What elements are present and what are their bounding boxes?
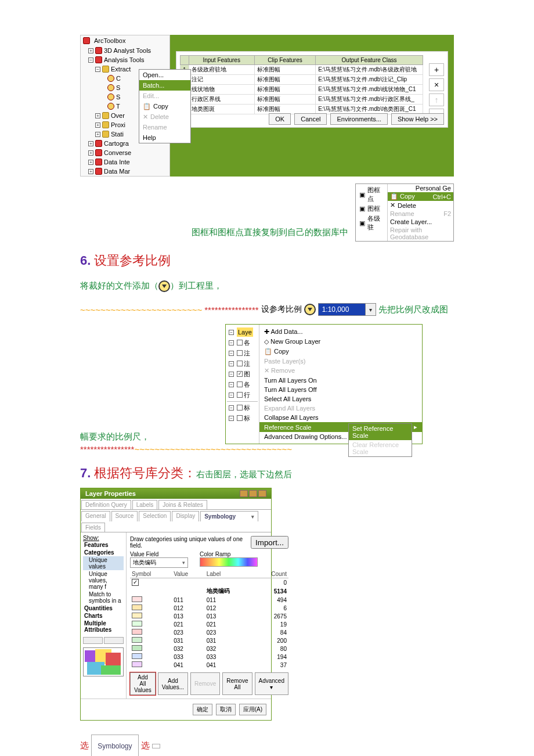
show-help-button[interactable]: Show Help >> xyxy=(391,113,444,125)
dialog-tab[interactable]: Fields xyxy=(81,523,105,532)
unique-values-many[interactable]: Unique values, many f xyxy=(83,570,124,591)
tree-item[interactable]: Data Inte xyxy=(104,158,130,166)
scale-combo[interactable] xyxy=(318,303,376,316)
catalog-item[interactable]: 图框 xyxy=(367,204,380,213)
toc-menu-item[interactable]: Collapse All Layers xyxy=(259,413,422,422)
symbology-row[interactable]: 0120126 xyxy=(130,604,288,612)
tree-item[interactable]: S xyxy=(116,84,120,92)
tree-item[interactable]: Data Mar xyxy=(104,167,130,175)
show-features[interactable]: Features xyxy=(83,541,124,549)
value-field-select[interactable]: 地类编码 xyxy=(130,557,188,568)
ok-button[interactable]: 确定 xyxy=(193,704,212,715)
environments-button[interactable]: Environments... xyxy=(330,113,387,125)
show-categories[interactable]: Categories xyxy=(83,549,124,556)
expand-icon[interactable]: + xyxy=(95,132,100,137)
symbology-row[interactable]: 0130132675 xyxy=(130,612,288,620)
toc-menu-item[interactable]: Select All Layers xyxy=(259,394,422,404)
menu-open[interactable]: Open... xyxy=(139,70,190,80)
scale-input[interactable] xyxy=(319,304,365,315)
expand-icon[interactable]: + xyxy=(95,113,100,118)
symbology-row[interactable]: 031031200 xyxy=(130,636,288,645)
layer-node[interactable]: 注 xyxy=(244,348,250,358)
toc-menu-item[interactable]: 📋 Copy xyxy=(259,347,422,357)
minimize-icon[interactable] xyxy=(240,490,248,497)
tree-item[interactable]: S xyxy=(116,93,120,101)
menu-batch[interactable]: Batch... xyxy=(139,80,190,91)
expand-icon[interactable]: + xyxy=(88,141,93,146)
expand-icon[interactable]: + xyxy=(88,160,93,165)
ok-button[interactable]: OK xyxy=(269,113,291,125)
table-row[interactable]: 1各级政府驻地标准图幅E:\马慧慧\练习文件.mdb\各级政府驻地 xyxy=(181,65,423,75)
scroll-left[interactable] xyxy=(83,637,103,644)
dialog-tab[interactable]: Labels xyxy=(132,500,157,509)
symbology-row[interactable]: 02302384 xyxy=(130,628,288,636)
menu-create-layer[interactable]: Create Layer... xyxy=(388,218,453,226)
tree-item[interactable]: Extract xyxy=(111,65,131,73)
layer-node[interactable]: 标 xyxy=(244,403,250,412)
layer-node[interactable]: 图 xyxy=(244,369,250,379)
symbology-row[interactable]: 03203280 xyxy=(130,645,288,653)
collapse-icon[interactable]: − xyxy=(95,67,100,72)
expand-icon[interactable]: + xyxy=(88,169,93,174)
menu-help[interactable]: Help xyxy=(139,132,190,143)
match-symbols[interactable]: Match to symbols in a xyxy=(83,591,124,604)
symbology-row[interactable]: 033033194 xyxy=(130,653,288,661)
symbology-row[interactable]: 地类编码5134 xyxy=(130,586,288,596)
tree-item[interactable]: 3D Analyst Tools xyxy=(104,46,151,55)
dialog-tab[interactable]: Display xyxy=(172,511,199,521)
symbology-tab-inline[interactable]: Symbology xyxy=(91,735,138,756)
move-up-button[interactable]: ↑ xyxy=(429,93,444,106)
symbology-row[interactable]: 02102119 xyxy=(130,620,288,628)
symbology-row[interactable]: 04104137 xyxy=(130,661,288,669)
delete-row-button[interactable]: × xyxy=(429,78,444,91)
add-all-values-button[interactable]: Add All Values xyxy=(130,672,156,695)
symbology-row[interactable]: ✓0 xyxy=(130,578,288,587)
menu-copy[interactable]: 📋 CopyCtrl+C xyxy=(388,192,453,201)
tree-item[interactable]: Stati xyxy=(111,130,124,138)
tree-item[interactable]: Converse xyxy=(104,149,131,157)
scale-dropdown[interactable] xyxy=(365,304,376,315)
color-ramp-select[interactable] xyxy=(200,557,258,567)
symbology-row[interactable]: 011011494 xyxy=(130,596,288,604)
table-row[interactable]: 5地类图斑标准图幅E:\马慧慧\练习文件.mdb\地类图斑_C1 xyxy=(181,105,423,114)
categories-inline[interactable] xyxy=(152,744,160,748)
remove-button[interactable]: Remove xyxy=(190,672,220,695)
layer-node[interactable]: 各 xyxy=(244,338,250,347)
tree-item[interactable]: Over xyxy=(111,111,125,120)
dialog-tab[interactable]: Joins & Relates xyxy=(158,500,207,509)
scroll-right[interactable] xyxy=(104,637,124,644)
advanced-button[interactable]: Advanced ▾ xyxy=(255,672,288,695)
toc-menu-item[interactable]: Turn All Layers On xyxy=(259,376,422,385)
import-button[interactable]: Import... xyxy=(251,536,288,549)
tree-item[interactable]: T xyxy=(116,102,120,110)
dialog-tab[interactable]: Symbology xyxy=(200,511,258,521)
maximize-icon[interactable] xyxy=(249,490,257,497)
dataframe-node[interactable]: Laye xyxy=(237,327,253,337)
layer-node[interactable]: 注 xyxy=(244,359,250,368)
dialog-tab[interactable]: Source xyxy=(111,511,138,521)
collapse-icon[interactable]: − xyxy=(88,57,93,63)
dialog-tab[interactable]: Definition Query xyxy=(81,500,131,509)
catalog-item[interactable]: 图框点 xyxy=(367,186,384,203)
layer-node[interactable]: 各 xyxy=(244,380,250,389)
expand-icon[interactable]: + xyxy=(88,48,93,53)
layer-node[interactable]: 标 xyxy=(244,413,250,423)
close-icon[interactable] xyxy=(258,490,266,497)
remove-all-button[interactable]: Remove All xyxy=(222,672,252,695)
apply-button[interactable]: 应用(A) xyxy=(239,704,266,715)
table-row[interactable]: 4行政区界线标准图幅E:\马慧慧\练习文件.mdb\行政区界线_ xyxy=(181,95,423,105)
table-row[interactable]: 3线状地物标准图幅E:\马慧慧\练习文件.mdb\线状地物_C1 xyxy=(181,85,423,95)
add-row-button[interactable]: + xyxy=(429,63,444,76)
show-charts[interactable]: Charts xyxy=(83,612,124,620)
catalog-item[interactable]: 各级驻 xyxy=(367,214,384,232)
tree-item[interactable]: C xyxy=(116,74,121,82)
dialog-tab[interactable]: General xyxy=(81,511,110,521)
dialog-tab[interactable]: Selection xyxy=(139,511,171,521)
toc-menu-item[interactable]: Turn All Layers Off xyxy=(259,385,422,394)
add-values-button[interactable]: Add Values... xyxy=(158,672,188,695)
toc-menu-item[interactable]: ◇ New Group Layer xyxy=(259,337,422,347)
set-reference-scale[interactable]: Set Reference Scale xyxy=(349,424,412,440)
table-row[interactable]: 2注记标准图幅E:\马慧慧\练习文件.mdb\注记_Clip xyxy=(181,75,423,85)
expand-icon[interactable]: + xyxy=(95,123,100,128)
toc-menu-item[interactable]: ✚ Add Data... xyxy=(259,327,422,337)
